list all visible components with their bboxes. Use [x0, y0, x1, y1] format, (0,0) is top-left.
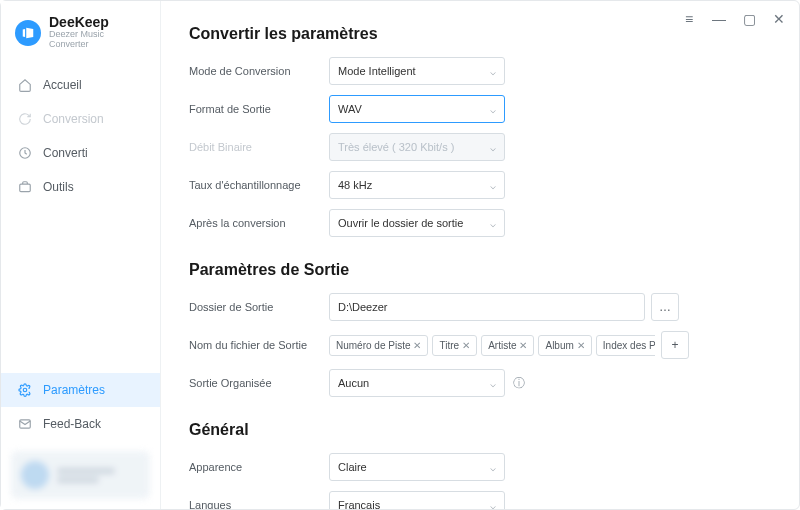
label-bitrate: Débit Binaire — [189, 141, 329, 153]
chevron-down-icon: ⌵ — [490, 462, 496, 473]
minimize-icon: — — [712, 11, 726, 27]
sidebar-item-feedback[interactable]: Feed-Back — [1, 407, 160, 441]
sidebar-item-label: Feed-Back — [43, 417, 101, 431]
sidebar-item-label: Paramètres — [43, 383, 105, 397]
select-bitrate: Très élevé ( 320 Kbit/s ) ⌵ — [329, 133, 505, 161]
select-value: Ouvrir le dossier de sortie — [338, 217, 463, 229]
user-info-blurred — [57, 465, 140, 486]
select-value: Mode Intelligent — [338, 65, 416, 77]
select-after-conversion[interactable]: Ouvrir le dossier de sortie ⌵ — [329, 209, 505, 237]
label-output-filename: Nom du fichier de Sortie — [189, 339, 329, 351]
sidebar-item-conversion: Conversion — [1, 102, 160, 136]
filename-tags: Numéro de Piste✕ Titre✕ Artiste✕ Album✕ … — [329, 335, 655, 356]
chevron-down-icon: ⌵ — [490, 66, 496, 77]
label-after-conversion: Après la conversion — [189, 217, 329, 229]
sidebar-item-home[interactable]: Accueil — [1, 68, 160, 102]
sidebar-item-tools[interactable]: Outils — [1, 170, 160, 204]
sidebar-item-label: Converti — [43, 146, 88, 160]
sidebar-item-label: Accueil — [43, 78, 82, 92]
svg-rect-1 — [20, 184, 31, 192]
chevron-down-icon: ⌵ — [490, 500, 496, 510]
tag-artist[interactable]: Artiste✕ — [481, 335, 534, 356]
chevron-down-icon: ⌵ — [490, 180, 496, 191]
tag-track-number[interactable]: Numéro de Piste✕ — [329, 335, 428, 356]
close-icon[interactable]: ✕ — [462, 340, 470, 351]
plus-icon: + — [671, 338, 678, 352]
label-sample-rate: Taux d'échantillonnage — [189, 179, 329, 191]
section-general-title: Général — [189, 421, 771, 439]
clock-icon — [17, 145, 33, 161]
tag-title[interactable]: Titre✕ — [432, 335, 477, 356]
brand: DeeKeep Deezer Music Converter — [1, 1, 160, 60]
select-value: Français — [338, 499, 380, 509]
label-output-folder: Dossier de Sortie — [189, 301, 329, 313]
label-appearance: Apparence — [189, 461, 329, 473]
chevron-down-icon: ⌵ — [490, 104, 496, 115]
close-icon[interactable]: ✕ — [519, 340, 527, 351]
browse-folder-button[interactable]: … — [651, 293, 679, 321]
chevron-down-icon: ⌵ — [490, 378, 496, 389]
ellipsis-icon: … — [659, 300, 671, 314]
tag-album[interactable]: Album✕ — [538, 335, 591, 356]
sidebar-item-label: Outils — [43, 180, 74, 194]
select-sample-rate[interactable]: 48 kHz ⌵ — [329, 171, 505, 199]
sidebar-item-label: Conversion — [43, 112, 104, 126]
section-output-title: Paramètres de Sortie — [189, 261, 771, 279]
sidebar-item-converted[interactable]: Converti — [1, 136, 160, 170]
gear-icon — [17, 382, 33, 398]
app-name: DeeKeep — [49, 15, 146, 30]
menu-button[interactable]: ≡ — [678, 8, 700, 30]
sidebar-item-settings[interactable]: Paramètres — [1, 373, 160, 407]
close-icon: ✕ — [773, 11, 785, 27]
home-icon — [17, 77, 33, 93]
select-value: Très élevé ( 320 Kbit/s ) — [338, 141, 454, 153]
label-output-organized: Sortie Organisée — [189, 377, 329, 389]
refresh-icon — [17, 111, 33, 127]
select-value: WAV — [338, 103, 362, 115]
maximize-button[interactable]: ▢ — [738, 8, 760, 30]
select-value: 48 kHz — [338, 179, 372, 191]
label-conversion-mode: Mode de Conversion — [189, 65, 329, 77]
app-subtitle: Deezer Music Converter — [49, 30, 146, 50]
maximize-icon: ▢ — [743, 11, 756, 27]
close-button[interactable]: ✕ — [768, 8, 790, 30]
svg-point-2 — [23, 388, 27, 392]
user-card[interactable] — [11, 451, 150, 499]
chevron-down-icon: ⌵ — [490, 142, 496, 153]
chevron-down-icon: ⌵ — [490, 218, 496, 229]
close-icon[interactable]: ✕ — [577, 340, 585, 351]
add-tag-button[interactable]: + — [661, 331, 689, 359]
select-output-format[interactable]: WAV ⌵ — [329, 95, 505, 123]
input-output-folder[interactable] — [329, 293, 645, 321]
select-value: Aucun — [338, 377, 369, 389]
select-appearance[interactable]: Claire ⌵ — [329, 453, 505, 481]
mail-icon — [17, 416, 33, 432]
info-icon[interactable]: ⓘ — [513, 375, 525, 392]
briefcase-icon — [17, 179, 33, 195]
close-icon[interactable]: ✕ — [413, 340, 421, 351]
select-language[interactable]: Français ⌵ — [329, 491, 505, 509]
select-value: Claire — [338, 461, 367, 473]
label-language: Langues — [189, 499, 329, 509]
tag-playlist-index[interactable]: Index des Playli — [596, 335, 655, 356]
select-output-organized[interactable]: Aucun ⌵ — [329, 369, 505, 397]
label-output-format: Format de Sortie — [189, 103, 329, 115]
select-conversion-mode[interactable]: Mode Intelligent ⌵ — [329, 57, 505, 85]
minimize-button[interactable]: — — [708, 8, 730, 30]
avatar — [21, 461, 49, 489]
hamburger-icon: ≡ — [685, 11, 693, 27]
app-logo — [15, 20, 41, 46]
